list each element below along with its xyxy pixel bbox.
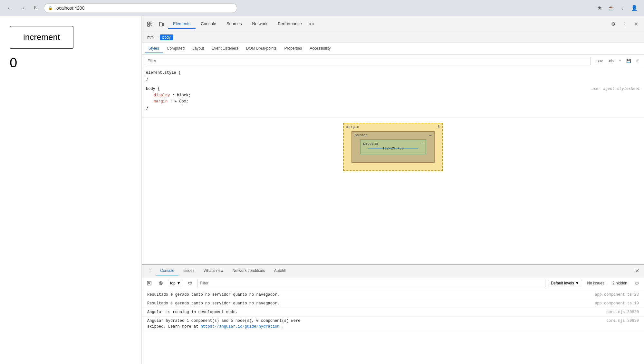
console-panel: ⋮ Console Issues What's new Network cond… [142,264,644,364]
tab-console[interactable]: Console [196,19,221,29]
subtab-styles[interactable]: Styles [145,44,163,53]
css-rule-element-style: element.style { } [146,70,640,82]
main-area: increment 0 Elements [0,16,644,364]
hidden-badge: 2 hidden [610,281,630,285]
margin-value: 8 [437,125,440,129]
filter-bar: :hov .cls + 💾 ⊞ [142,55,644,67]
tab-elements[interactable]: Elements [168,19,196,29]
subtab-properties[interactable]: Properties [281,44,306,53]
console-toolbar: top ▼ Default levels ▼ No Issues 2 hidde… [142,277,644,289]
styles-subtabs: Styles Computed Layout Event Listeners D… [142,43,644,55]
subtab-accessibility[interactable]: Accessibility [306,44,334,53]
close-devtools-button[interactable]: ✕ [631,19,641,29]
subtab-layout[interactable]: Layout [188,44,208,53]
message-source-4: core.mjs:30820 [606,318,639,324]
context-label: top [170,281,176,285]
devtools-panel: Elements Console Sources Network Perform… [142,16,644,364]
body-selector: body [146,87,155,91]
context-selector[interactable]: top ▼ [168,280,183,286]
console-clear-button[interactable] [145,279,154,288]
more-tabs-button[interactable]: >> [307,20,316,29]
page-content: increment 0 [0,16,142,364]
css-close-brace: } [146,105,148,110]
log-level-label: Default levels [551,281,574,285]
breadcrumb-body[interactable]: body [160,34,173,40]
console-tab-network-conditions[interactable]: Network conditions [228,266,269,275]
box-model: margin 8 border – padding – 1 [343,123,443,171]
console-tab-autofill[interactable]: Autofill [270,266,290,275]
css-open-brace: { [158,87,160,91]
more-options-button[interactable]: ⋮ [620,19,630,29]
svg-rect-2 [148,24,149,26]
increment-button[interactable]: increment [10,26,73,49]
settings-button[interactable]: ⚙ [608,19,618,29]
bookmark-button[interactable]: ★ [595,4,604,13]
inspect-element-button[interactable] [145,19,155,29]
browser-chrome: ← → ↻ 🔒 localhost:4200 ★ ☕ ↓ 👤 [0,0,644,16]
console-tabs: ⋮ Console Issues What's new Network cond… [142,265,644,277]
console-filter-input[interactable] [197,279,545,287]
extensions-button[interactable]: ☕ [607,4,616,13]
filter-actions: :hov .cls + 💾 ⊞ [593,58,641,64]
console-filter-icon-button[interactable] [156,279,165,288]
log-level-dropdown-icon: ▼ [575,281,579,285]
content-size: 112×29.750 [382,146,404,150]
console-tab-console[interactable]: Console [156,266,178,275]
colon-2: : [170,99,174,104]
cls-button[interactable]: .cls [606,58,616,64]
svg-rect-1 [150,22,152,24]
console-tab-issues[interactable]: Issues [179,266,198,275]
breadcrumb-separator: › [157,35,159,40]
console-settings-button[interactable]: ⚙ [632,279,641,288]
tab-sources[interactable]: Sources [221,19,247,29]
console-messages: Resultado é gerado tanto no servidor qua… [142,289,644,364]
no-issues-badge: No Issues [585,281,607,285]
hydration-link[interactable]: https://angular.io/guide/hydration [201,324,280,329]
tab-network[interactable]: Network [247,19,273,29]
svg-point-6 [159,282,162,285]
message-source-2: app.component.ts:19 [595,301,639,306]
box-content-layer: 112×29.750 [368,148,418,148]
lock-icon: 🔒 [48,6,53,10]
back-button[interactable]: ← [5,4,14,13]
console-tab-whatsnew[interactable]: What's new [200,266,227,275]
download-button[interactable]: ↓ [618,4,627,13]
reload-button[interactable]: ↻ [31,4,40,13]
log-level-selector[interactable]: Default levels ▼ [548,280,582,286]
border-value: – [429,133,431,137]
tab-performance[interactable]: Performance [273,19,307,29]
device-toolbar-button[interactable] [156,19,167,29]
colon-1: : [172,93,177,98]
console-message-4: Angular hydrated 1 component(s) and 5 no… [142,317,644,331]
padding-value: – [421,141,423,146]
save-style-button[interactable]: 💾 [624,58,633,64]
console-msg-row-4: Angular hydrated 1 component(s) and 5 no… [147,318,639,324]
message-text-4-line1: Angular hydrated 1 component(s) and 5 no… [147,318,601,324]
devtools-toolbar: Elements Console Sources Network Perform… [142,16,644,32]
console-message-1: Resultado é gerado tanto no servidor qua… [142,291,644,299]
subtab-computed[interactable]: Computed [163,44,188,53]
margin-property-line: margin : ► 8px; [146,99,188,104]
svg-rect-4 [162,23,164,26]
css-selector: element.style [146,71,176,75]
subtab-event-listeners[interactable]: Event Listeners [208,44,242,53]
margin-expand-arrow[interactable]: ► [175,99,179,104]
svg-rect-0 [148,22,149,24]
margin-property: margin [154,99,168,104]
add-style-button[interactable]: + [617,58,623,64]
user-agent-comment: user agent stylesheet [591,86,640,92]
forward-button[interactable]: → [18,4,27,13]
filter-input[interactable] [145,57,591,65]
profile-button[interactable]: 👤 [630,4,639,13]
live-expressions-button[interactable] [186,279,195,288]
message-text-4-line2-suffix: . [282,324,284,329]
message-text-1: Resultado é gerado tanto no servidor qua… [147,292,590,298]
layout-button[interactable]: ⊞ [634,58,641,64]
css-brace-close: } [146,77,148,81]
console-close-button[interactable]: ✕ [632,266,641,275]
console-more-options-button[interactable]: ⋮ [145,266,155,276]
address-bar[interactable]: 🔒 localhost:4200 [44,3,237,13]
hov-button[interactable]: :hov [593,58,605,64]
breadcrumb-html[interactable]: html [146,34,156,40]
subtab-dom-breakpoints[interactable]: DOM Breakpoints [242,44,281,53]
